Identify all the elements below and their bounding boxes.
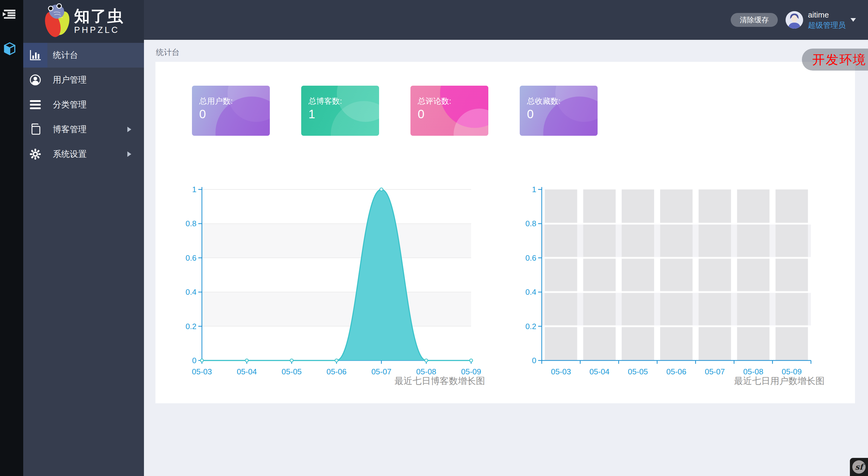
data-point: [425, 359, 428, 362]
background-bar: [622, 189, 654, 360]
stat-value: 0: [527, 107, 534, 121]
y-axis-label: 0.4: [186, 287, 196, 296]
user-role: 超级管理员: [808, 21, 846, 30]
sidebar-item-label: 分类管理: [53, 99, 87, 110]
x-axis-label: 05-05: [282, 367, 302, 376]
y-axis-label: 0.8: [186, 219, 196, 228]
stat-card-total-favorites: 总收藏数: 0: [520, 86, 597, 136]
indent-menu-icon: [2, 10, 16, 19]
app-title-en: PHPZLC: [74, 25, 120, 35]
app-title-cn: 知了虫: [74, 8, 124, 25]
axis-line: [202, 187, 471, 360]
dashboard-panel: 总用户数: 0 总博客数: 1 总评论数: 0 总收藏数: 0 05-0305-…: [155, 62, 855, 403]
background-bar: [583, 189, 615, 360]
sidebar-toggle-button[interactable]: [2, 10, 16, 19]
stat-value: 1: [308, 107, 315, 121]
background-bar: [776, 189, 808, 360]
data-point: [380, 188, 383, 191]
stat-card-total-comments: 总评论数: 0: [410, 86, 488, 136]
split-area-band: [202, 224, 471, 258]
gear-icon: [23, 142, 48, 166]
avatar[interactable]: [785, 11, 803, 29]
x-axis-label: 05-03: [192, 367, 212, 376]
y-axis-label: 0.4: [525, 287, 536, 296]
sidebar-item-categories[interactable]: 分类管理: [23, 92, 144, 117]
y-axis-label: 1: [192, 185, 196, 194]
x-axis-label: 05-04: [589, 367, 610, 376]
profiler-toolbar-button[interactable]: sf: [850, 458, 868, 476]
blog-growth-chart: 05-0305-0405-0505-0605-0705-0805-0900.20…: [163, 178, 501, 401]
chart-caption-blogs: 最近七日博客数增长图: [328, 375, 485, 387]
x-axis-label: 05-05: [628, 367, 648, 376]
sidebar-item-dashboard[interactable]: 统计台: [23, 43, 144, 68]
main-content: 统计台 开发环境 总用户数: 0 总博客数: 1 总评论数: 0 总收藏数: 0…: [144, 40, 868, 476]
sidebar-menu: 统计台 用户管理 分类管理: [23, 43, 144, 166]
cicada-mascot-icon: [43, 3, 71, 39]
sidebar-item-users[interactable]: 用户管理: [23, 68, 144, 92]
symfony-logo-icon: sf: [852, 460, 866, 474]
split-area-band: [202, 292, 471, 326]
logo-link[interactable]: 知了虫 PHPZLC: [23, 0, 144, 43]
data-point: [335, 359, 338, 362]
area-fill: [202, 189, 471, 360]
data-point: [470, 359, 473, 362]
stat-value: 0: [199, 107, 206, 121]
sidebar-item-label: 系统设置: [53, 149, 87, 160]
collapse-rail: [0, 0, 23, 476]
categories-icon: [23, 92, 48, 117]
chevron-right-icon: [127, 152, 131, 157]
x-axis-label: 05-04: [237, 367, 257, 376]
chevron-down-icon[interactable]: [850, 18, 856, 22]
stat-value: 0: [418, 107, 424, 121]
sidebar-item-label: 博客管理: [53, 124, 87, 135]
user-menu-trigger[interactable]: aitime 超级管理员: [808, 10, 846, 29]
sidebar-item-label: 用户管理: [53, 74, 87, 86]
chevron-right-icon: [127, 127, 131, 132]
blog-pages-icon: [23, 117, 48, 142]
username: aitime: [808, 10, 846, 20]
y-axis-label: 0: [192, 356, 196, 365]
y-axis-label: 1: [532, 185, 536, 194]
sidebar-item-label: 统计台: [53, 50, 78, 61]
breadcrumb: 统计台: [156, 47, 180, 58]
bar-chart-icon: [23, 43, 48, 68]
y-axis-label: 0.2: [186, 322, 196, 331]
data-point: [290, 359, 293, 362]
stat-label: 总收藏数:: [527, 96, 560, 106]
background-bar: [699, 189, 731, 360]
stat-card-total-users: 总用户数: 0: [192, 86, 270, 136]
user-growth-chart: 05-0305-0405-0505-0605-0705-0805-0900.20…: [507, 178, 845, 401]
y-axis-label: 0: [532, 356, 536, 365]
environment-badge: 开发环境: [802, 49, 868, 71]
stat-label: 总用户数:: [199, 96, 233, 106]
stat-label: 总评论数:: [418, 96, 451, 106]
cube-shortcut-button[interactable]: [4, 42, 16, 56]
cube-icon: [4, 42, 16, 56]
sidebar: 知了虫 PHPZLC 统计台: [23, 0, 144, 476]
y-axis-label: 0.6: [186, 253, 196, 262]
y-axis-label: 0.6: [525, 253, 536, 262]
background-bar: [737, 189, 769, 360]
clear-cache-button[interactable]: 清除缓存: [731, 13, 778, 27]
stat-card-total-blogs: 总博客数: 1: [301, 86, 379, 136]
y-axis-label: 0.2: [525, 322, 536, 331]
background-bar: [545, 189, 577, 360]
stat-label: 总博客数:: [308, 96, 342, 106]
user-icon: [23, 68, 48, 92]
chart-caption-users: 最近七日用户数增长图: [668, 375, 825, 387]
x-axis-label: 05-03: [551, 367, 571, 376]
background-bar: [660, 189, 692, 360]
top-header: 清除缓存 aitime 超级管理员: [144, 0, 868, 40]
y-axis-label: 0.8: [525, 219, 536, 228]
series-line: [202, 189, 471, 360]
data-point: [245, 359, 248, 362]
data-point: [200, 359, 204, 362]
sidebar-item-settings[interactable]: 系统设置: [23, 142, 144, 166]
sidebar-item-blogs[interactable]: 博客管理: [23, 117, 144, 142]
